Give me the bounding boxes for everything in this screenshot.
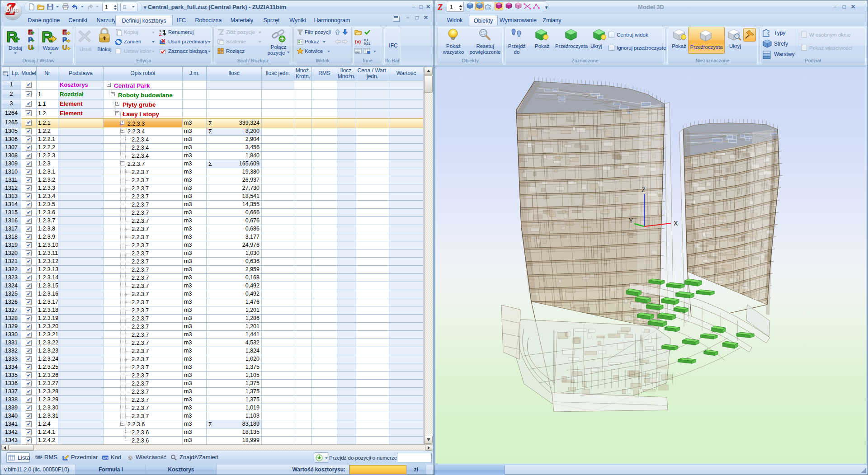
svg-text:CPV: CPV — [103, 456, 108, 459]
svg-text:RMS: RMS — [35, 455, 42, 458]
svg-text:Z: Z — [642, 186, 646, 193]
svg-text:RMS: RMS — [355, 51, 361, 54]
svg-text:{x}: {x} — [355, 39, 361, 44]
svg-text:Y: Y — [629, 217, 633, 224]
svg-text:X: X — [674, 220, 678, 227]
svg-text:0,01: 0,01 — [364, 42, 370, 45]
svg-text:2.: 2. — [159, 33, 162, 36]
svg-text:0,1: 0,1 — [364, 38, 368, 42]
